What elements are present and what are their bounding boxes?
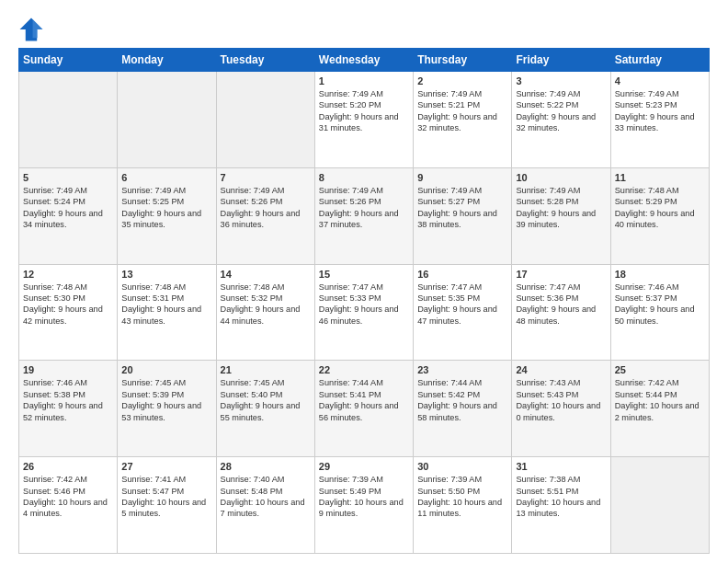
day-number: 22 [319,364,409,375]
day-number: 23 [417,364,507,375]
day-number: 12 [23,269,113,280]
day-number: 14 [221,269,311,280]
calendar-cell: 11Sunrise: 7:48 AM Sunset: 5:29 PM Dayli… [610,167,709,264]
calendar-cell [216,72,314,168]
cell-content: Sunrise: 7:49 AM Sunset: 5:24 PM Dayligh… [23,185,113,231]
calendar-cell: 17Sunrise: 7:47 AM Sunset: 5:36 PM Dayli… [512,264,610,361]
cell-content: Sunrise: 7:49 AM Sunset: 5:28 PM Dayligh… [516,185,606,231]
day-number: 15 [319,269,409,280]
cell-content: Sunrise: 7:48 AM Sunset: 5:32 PM Dayligh… [221,282,311,327]
calendar-cell: 20Sunrise: 7:45 AM Sunset: 5:39 PM Dayli… [118,361,216,457]
cell-content: Sunrise: 7:39 AM Sunset: 5:49 PM Dayligh… [319,474,409,520]
calendar-cell: 31Sunrise: 7:38 AM Sunset: 5:51 PM Dayli… [512,457,610,554]
day-number: 24 [516,364,606,375]
cell-content: Sunrise: 7:49 AM Sunset: 5:25 PM Dayligh… [121,185,211,231]
col-wednesday: Wednesday [314,49,413,72]
day-number: 6 [121,172,211,183]
cell-content: Sunrise: 7:45 AM Sunset: 5:40 PM Dayligh… [221,377,311,423]
cell-content: Sunrise: 7:43 AM Sunset: 5:43 PM Dayligh… [516,377,606,423]
day-number: 30 [417,461,507,472]
cell-content: Sunrise: 7:48 AM Sunset: 5:30 PM Dayligh… [23,282,113,327]
calendar-cell: 24Sunrise: 7:43 AM Sunset: 5:43 PM Dayli… [512,361,610,457]
day-number: 17 [516,269,606,280]
calendar-cell: 26Sunrise: 7:42 AM Sunset: 5:46 PM Dayli… [19,457,118,554]
calendar-week-5: 26Sunrise: 7:42 AM Sunset: 5:46 PM Dayli… [19,457,710,554]
day-number: 8 [319,172,409,183]
calendar-cell [610,457,709,554]
calendar-cell: 6Sunrise: 7:49 AM Sunset: 5:25 PM Daylig… [118,167,216,264]
day-number: 10 [516,172,606,183]
cell-content: Sunrise: 7:48 AM Sunset: 5:31 PM Dayligh… [121,282,211,327]
cell-content: Sunrise: 7:46 AM Sunset: 5:37 PM Dayligh… [615,282,705,327]
day-number: 27 [121,461,211,472]
day-number: 5 [23,172,113,183]
cell-content: Sunrise: 7:49 AM Sunset: 5:21 PM Dayligh… [417,88,507,134]
day-number: 11 [615,172,705,183]
day-number: 1 [319,75,409,86]
calendar-cell: 9Sunrise: 7:49 AM Sunset: 5:27 PM Daylig… [414,167,512,264]
svg-marker-1 [33,19,43,38]
calendar-cell: 3Sunrise: 7:49 AM Sunset: 5:22 PM Daylig… [512,72,610,168]
calendar-cell: 2Sunrise: 7:49 AM Sunset: 5:21 PM Daylig… [414,72,512,168]
calendar-cell [19,72,118,168]
calendar-cell: 10Sunrise: 7:49 AM Sunset: 5:28 PM Dayli… [512,167,610,264]
day-number: 25 [615,364,705,375]
day-number: 21 [221,364,311,375]
day-number: 9 [417,172,507,183]
cell-content: Sunrise: 7:47 AM Sunset: 5:36 PM Dayligh… [516,282,606,327]
cell-content: Sunrise: 7:38 AM Sunset: 5:51 PM Dayligh… [516,474,606,520]
calendar-cell: 12Sunrise: 7:48 AM Sunset: 5:30 PM Dayli… [19,264,118,361]
calendar-cell: 7Sunrise: 7:49 AM Sunset: 5:26 PM Daylig… [216,167,314,264]
calendar-cell: 15Sunrise: 7:47 AM Sunset: 5:33 PM Dayli… [314,264,413,361]
calendar-cell: 28Sunrise: 7:40 AM Sunset: 5:48 PM Dayli… [216,457,314,554]
calendar-cell: 29Sunrise: 7:39 AM Sunset: 5:49 PM Dayli… [314,457,413,554]
calendar-cell: 13Sunrise: 7:48 AM Sunset: 5:31 PM Dayli… [118,264,216,361]
col-sunday: Sunday [19,49,118,72]
day-number: 31 [516,461,606,472]
day-number: 29 [319,461,409,472]
cell-content: Sunrise: 7:49 AM Sunset: 5:27 PM Dayligh… [417,185,507,231]
cell-content: Sunrise: 7:44 AM Sunset: 5:41 PM Dayligh… [319,377,409,423]
col-tuesday: Tuesday [216,49,314,72]
cell-content: Sunrise: 7:48 AM Sunset: 5:29 PM Dayligh… [615,185,705,231]
page: Sunday Monday Tuesday Wednesday Thursday… [0,0,728,563]
calendar-cell: 1Sunrise: 7:49 AM Sunset: 5:20 PM Daylig… [314,72,413,168]
cell-content: Sunrise: 7:46 AM Sunset: 5:38 PM Dayligh… [23,377,113,423]
cell-content: Sunrise: 7:44 AM Sunset: 5:42 PM Dayligh… [417,377,507,423]
calendar-cell: 16Sunrise: 7:47 AM Sunset: 5:35 PM Dayli… [414,264,512,361]
calendar-cell: 5Sunrise: 7:49 AM Sunset: 5:24 PM Daylig… [19,167,118,264]
calendar-week-1: 1Sunrise: 7:49 AM Sunset: 5:20 PM Daylig… [19,72,710,168]
calendar-cell: 18Sunrise: 7:46 AM Sunset: 5:37 PM Dayli… [610,264,709,361]
day-number: 19 [23,364,113,375]
cell-content: Sunrise: 7:49 AM Sunset: 5:23 PM Dayligh… [615,88,705,134]
day-number: 2 [417,75,507,86]
calendar-cell: 19Sunrise: 7:46 AM Sunset: 5:38 PM Dayli… [19,361,118,457]
cell-content: Sunrise: 7:39 AM Sunset: 5:50 PM Dayligh… [417,474,507,520]
col-monday: Monday [118,49,216,72]
day-number: 18 [615,269,705,280]
calendar-week-3: 12Sunrise: 7:48 AM Sunset: 5:30 PM Dayli… [19,264,710,361]
calendar-cell: 27Sunrise: 7:41 AM Sunset: 5:47 PM Dayli… [118,457,216,554]
col-saturday: Saturday [610,49,709,72]
calendar-cell: 4Sunrise: 7:49 AM Sunset: 5:23 PM Daylig… [610,72,709,168]
col-thursday: Thursday [414,49,512,72]
calendar-week-2: 5Sunrise: 7:49 AM Sunset: 5:24 PM Daylig… [19,167,710,264]
day-number: 4 [615,75,705,86]
cell-content: Sunrise: 7:41 AM Sunset: 5:47 PM Dayligh… [121,474,211,520]
day-number: 3 [516,75,606,86]
cell-content: Sunrise: 7:47 AM Sunset: 5:35 PM Dayligh… [417,282,507,327]
col-friday: Friday [512,49,610,72]
day-number: 28 [221,461,311,472]
cell-content: Sunrise: 7:45 AM Sunset: 5:39 PM Dayligh… [121,377,211,423]
calendar-cell [118,72,216,168]
logo-icon [18,17,44,42]
logo [18,17,48,42]
day-number: 13 [121,269,211,280]
header [18,17,710,42]
cell-content: Sunrise: 7:49 AM Sunset: 5:26 PM Dayligh… [221,185,311,231]
calendar-cell: 23Sunrise: 7:44 AM Sunset: 5:42 PM Dayli… [414,361,512,457]
cell-content: Sunrise: 7:42 AM Sunset: 5:44 PM Dayligh… [615,377,705,423]
day-number: 16 [417,269,507,280]
cell-content: Sunrise: 7:42 AM Sunset: 5:46 PM Dayligh… [23,474,113,520]
calendar-week-4: 19Sunrise: 7:46 AM Sunset: 5:38 PM Dayli… [19,361,710,457]
